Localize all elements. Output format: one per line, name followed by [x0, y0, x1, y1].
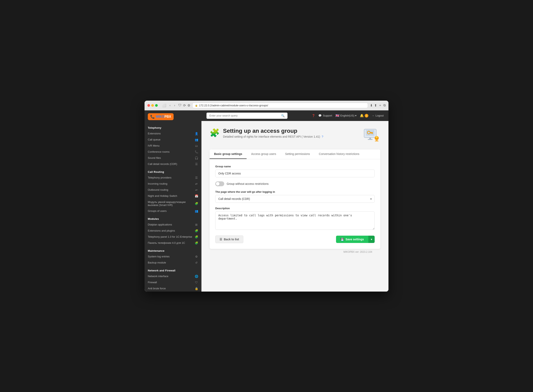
support-icon: 💬: [318, 114, 322, 117]
ivr-label: IVR Menu: [148, 144, 160, 147]
svg-rect-7: [368, 139, 373, 140]
window-controls: [147, 104, 158, 107]
night-icon: 📅: [195, 194, 198, 198]
save-dropdown-button[interactable]: ▾: [368, 236, 375, 243]
sidebar-logo: 📞 MIKOPBX: [144, 110, 201, 123]
close-dot[interactable]: [147, 104, 150, 107]
address-bar[interactable]: 🔒 172.22.0.2/admin-cabinet/module-users-…: [192, 103, 368, 108]
sidebar-item-firewall[interactable]: Firewall 🛡: [144, 279, 201, 285]
language-selector[interactable]: 🇬🇧 English(US) ▾: [335, 114, 357, 117]
sidebar-item-plugins[interactable]: Extensions and plugins 🧩: [144, 228, 201, 234]
extensions-label: Extensions: [148, 132, 161, 135]
sidebar-item-outbound[interactable]: Outbound routing ⇌: [144, 187, 201, 193]
access-restrictions-toggle[interactable]: [215, 181, 224, 186]
syslog-icon: ⚙: [195, 255, 198, 258]
outbound-label: Outbound routing: [148, 188, 168, 191]
main-content: 🔍 ❓ 💬 Support 🇬🇧 English(US) ▾: [201, 110, 389, 292]
header-illustration: [362, 127, 380, 144]
sidebar-item-sound[interactable]: Sound files 🎧: [144, 155, 201, 161]
lock-icon: 🔒: [195, 104, 198, 107]
svg-rect-4: [372, 133, 373, 134]
description-textarea[interactable]: Access limited to call logs with permiss…: [215, 211, 375, 230]
groups-label: Groups of users: [148, 210, 167, 212]
subtitle-help-link[interactable]: ?: [322, 135, 323, 138]
page-subtitle: Detailed setting of rights for interface…: [223, 135, 323, 138]
search-icon-btn[interactable]: 🔍: [281, 114, 285, 117]
back-btn[interactable]: ‹: [168, 103, 172, 107]
backup-label: Backup module: [148, 261, 166, 264]
save-label: Save settings: [346, 238, 364, 241]
minimize-dot[interactable]: [151, 104, 154, 107]
plugins-label: Extensions and plugins: [148, 229, 175, 232]
search-input[interactable]: [209, 114, 279, 117]
tab-access-users[interactable]: Access group users: [247, 149, 281, 159]
notification-bell[interactable]: 🔔 1: [360, 114, 368, 117]
sidebar-item-bruteforce[interactable]: Anti brute force 🔒: [144, 285, 201, 292]
version-text: MIKOPBX ver: 2023.2.104: [343, 251, 372, 253]
support-button[interactable]: 💬 Support: [318, 114, 332, 117]
tab-content-basic: Group name Group without access restrict…: [210, 159, 380, 249]
shield-icon[interactable]: 🛡: [178, 103, 181, 107]
smart-ivr-label: Модуль умной маршрутизации вызовов (Smar…: [148, 201, 195, 207]
sidebar-item-panel4[interactable]: Панель телефонии 4.0 для 1C 🧩: [144, 240, 201, 246]
sidebar-item-syslog[interactable]: System log entries ⚙: [144, 253, 201, 260]
tabs-icon[interactable]: ⧉: [383, 103, 386, 107]
forward-btn[interactable]: ›: [173, 103, 176, 107]
group-name-input[interactable]: [215, 170, 375, 177]
sidebar-item-cdr[interactable]: Call detail records (CDR) ☰: [144, 161, 201, 167]
tab-history[interactable]: Conversation history restrictions: [315, 149, 364, 159]
new-tab-icon[interactable]: ＋: [379, 103, 382, 107]
svg-point-9: [376, 136, 378, 138]
panel4-label: Панель телефонии 4.0 для 1C: [148, 241, 185, 244]
help-button[interactable]: ❓: [312, 114, 315, 117]
sidebar-item-providers[interactable]: Telephony providers ☰: [144, 175, 201, 181]
nav-buttons: ⬜ ‹ ›: [161, 103, 176, 108]
logo-phone-icon: 📞: [150, 114, 155, 119]
refresh-icon[interactable]: ⟳: [183, 103, 186, 107]
bruteforce-icon: 🔒: [195, 287, 198, 290]
back-label: Back to list: [224, 238, 239, 241]
sidebar-item-call-queue[interactable]: Call queue 👥: [144, 137, 201, 143]
section-network: Network and Firewall: [144, 266, 201, 273]
network-icon: 🌐: [195, 275, 198, 278]
logo-text: MIKOPBX: [156, 115, 171, 119]
sidebar-item-incoming[interactable]: Incoming routing ⇄: [144, 181, 201, 187]
download-icon[interactable]: ⬇: [370, 103, 373, 107]
redirect-select[interactable]: Call detail records (CDR) Extensions Das…: [215, 195, 375, 203]
save-dropdown-chevron-icon: ▾: [371, 238, 372, 241]
sidebar-item-extensions[interactable]: Extensions 👤: [144, 131, 201, 137]
language-label: English(US): [340, 114, 354, 117]
panel1-icon: 🧩: [195, 235, 198, 238]
sidebar-item-night[interactable]: Night and Holiday Switch 📅: [144, 193, 201, 199]
dialplan-label: Dialplan applications: [148, 223, 172, 226]
search-bar[interactable]: 🔍: [206, 112, 288, 119]
tab-permissions[interactable]: Setting permissions: [281, 149, 314, 159]
night-label: Night and Holiday Switch: [148, 194, 177, 197]
redirect-select-wrap: Call detail records (CDR) Extensions Das…: [215, 195, 375, 203]
share-icon[interactable]: ⬆: [374, 103, 377, 107]
cdr-icon: ☰: [195, 163, 198, 166]
groups-icon: 👥: [195, 210, 198, 213]
sidebar-item-panel1[interactable]: Telephony panel 1.0 for 1C:Enterprise 🧩: [144, 234, 201, 240]
bruteforce-label: Anti brute force: [148, 287, 166, 290]
sidebar-toggle-btn[interactable]: ⬜: [161, 103, 167, 108]
app-container: 📞 MIKOPBX Telephony Extensions 👤 Call qu…: [144, 110, 389, 292]
maximize-dot[interactable]: [155, 104, 158, 107]
group-name-label: Group name: [215, 165, 375, 168]
providers-label: Telephony providers: [148, 176, 171, 179]
save-settings-button[interactable]: 💾 Save settings: [336, 236, 368, 243]
back-to-list-button[interactable]: ☰ Back to list: [215, 235, 243, 243]
sidebar-item-conference[interactable]: Conference rooms 📞: [144, 149, 201, 155]
extension-icon[interactable]: ⚙: [187, 103, 190, 107]
tab-basic-settings[interactable]: Basic group settings: [210, 149, 247, 159]
page-title: Setting up an access group: [223, 127, 323, 134]
sidebar-item-ivr[interactable]: IVR Menu 🗂: [144, 143, 201, 149]
page-header-left: 🧩 Setting up an access group Detailed se…: [210, 127, 323, 139]
sidebar-item-groups[interactable]: Groups of users 👥: [144, 208, 201, 214]
sidebar-item-backup[interactable]: Backup module ↺: [144, 260, 201, 266]
toggle-track: [215, 181, 224, 186]
logout-button[interactable]: → Logout: [372, 114, 384, 117]
sidebar-item-dialplan[interactable]: Dialplan applications ⊞: [144, 222, 201, 228]
sidebar-item-smart-ivr[interactable]: Модуль умной маршрутизации вызовов (Smar…: [144, 199, 201, 208]
sidebar-item-network[interactable]: Network interface 🌐: [144, 273, 201, 279]
